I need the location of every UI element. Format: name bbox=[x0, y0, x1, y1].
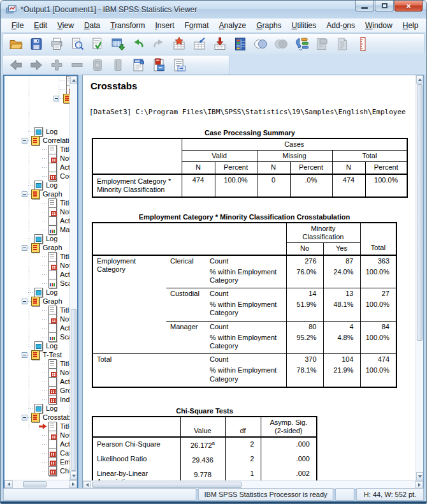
outline-item-log[interactable]: Log bbox=[4, 341, 69, 350]
outline-item-log[interactable]: Log bbox=[4, 404, 69, 413]
print-preview-button[interactable] bbox=[67, 35, 87, 53]
menu-data[interactable]: Data bbox=[79, 19, 105, 32]
outline-item-correlations[interactable]: Correlations bbox=[4, 172, 69, 181]
case-processing-table[interactable]: Case Processing Summary Cases Valid Miss… bbox=[92, 129, 408, 198]
scroll-thumb[interactable] bbox=[92, 482, 242, 488]
menu-add-ons[interactable]: Add-ons bbox=[321, 19, 360, 32]
insert-text-button[interactable] bbox=[169, 56, 189, 74]
goto-case-button[interactable] bbox=[169, 35, 189, 53]
scroll-thumb[interactable] bbox=[71, 309, 76, 471]
menu-graphs[interactable]: Graphs bbox=[251, 19, 286, 32]
output-vertical-scrollbar[interactable] bbox=[416, 75, 423, 480]
outline-item-title[interactable]: Title bbox=[4, 252, 69, 261]
outline-item-notes[interactable]: Notes bbox=[4, 261, 69, 270]
outline-item-independent-samples-test[interactable]: Independent Samples Test bbox=[4, 395, 69, 404]
outline-item-scatter[interactable]: Scatter bbox=[4, 279, 69, 288]
outline-item-graph[interactable]: Graph bbox=[4, 189, 69, 198]
outline-item-clipped[interactable] bbox=[4, 85, 69, 94]
undo-button[interactable] bbox=[128, 35, 148, 53]
collapse-expander-icon[interactable] bbox=[54, 96, 59, 101]
use-variable-sets-button[interactable] bbox=[291, 35, 312, 53]
open-button[interactable] bbox=[6, 35, 26, 53]
split-file-button[interactable] bbox=[271, 35, 291, 53]
insert-heading-button[interactable] bbox=[128, 56, 148, 74]
output-heading[interactable]: Crosstabs bbox=[90, 80, 416, 91]
outline-item-matrix[interactable]: Matrix bbox=[4, 225, 69, 234]
back-button[interactable] bbox=[6, 56, 26, 74]
menu-view[interactable]: View bbox=[52, 19, 79, 32]
export-output-button[interactable] bbox=[332, 35, 352, 53]
outline-item-chi-square-tests[interactable]: Chi-Square Tests bbox=[4, 466, 69, 475]
outline-item-active-dataset[interactable]: Active Dataset bbox=[4, 163, 69, 172]
scroll-down-button[interactable] bbox=[70, 471, 77, 480]
print-button[interactable] bbox=[47, 35, 67, 53]
select-cases-button[interactable] bbox=[250, 35, 271, 53]
outline-item-crosstabs[interactable]: Crosstabs bbox=[4, 413, 69, 422]
outline-item-clipped[interactable] bbox=[4, 76, 69, 85]
outline-item-title[interactable]: Title bbox=[4, 145, 69, 154]
outline-item-active-dataset[interactable]: Active Dataset bbox=[4, 323, 69, 332]
outline-item-active-dataset[interactable]: Active Dataset bbox=[4, 216, 69, 225]
outline-item-case-processing-summary[interactable]: Case Processing Summary bbox=[4, 448, 69, 457]
maximize-button[interactable] bbox=[375, 1, 394, 11]
menu-help[interactable]: Help bbox=[398, 19, 424, 32]
outline-item-notes[interactable]: Notes bbox=[4, 154, 69, 163]
menu-analyze[interactable]: Analyze bbox=[214, 19, 252, 32]
outline-item-graph[interactable]: Graph bbox=[4, 243, 69, 252]
close-button[interactable]: × bbox=[394, 1, 423, 11]
save-button[interactable] bbox=[26, 35, 47, 53]
redo-button[interactable] bbox=[148, 35, 169, 53]
goto-variable-button[interactable] bbox=[210, 35, 230, 53]
menu-window[interactable]: Window bbox=[360, 19, 398, 32]
collapse-expander-icon[interactable] bbox=[22, 415, 27, 420]
expand-button[interactable] bbox=[108, 56, 128, 74]
collapse-expander-icon[interactable] bbox=[22, 245, 27, 251]
menu-edit[interactable]: Edit bbox=[29, 19, 52, 32]
outline-item-notes[interactable]: Notes bbox=[4, 431, 69, 440]
menu-file[interactable]: File bbox=[6, 19, 29, 32]
outline-vertical-scrollbar[interactable] bbox=[69, 76, 77, 480]
outline-item-title[interactable]: Title bbox=[4, 306, 69, 315]
ruler-button[interactable] bbox=[352, 35, 373, 53]
outline-item-title[interactable]: Title bbox=[4, 422, 69, 431]
outline-item-notes[interactable]: Notes bbox=[4, 207, 69, 216]
outline-item-clipped[interactable] bbox=[4, 94, 69, 103]
forward-button[interactable] bbox=[26, 56, 47, 74]
variables-button[interactable] bbox=[230, 35, 250, 53]
outline-item-log[interactable]: Log bbox=[4, 288, 69, 297]
outline-item-active-dataset[interactable]: Active Dataset bbox=[4, 270, 69, 279]
goto-data-button[interactable] bbox=[108, 35, 128, 53]
outline-horizontal-scrollbar[interactable] bbox=[4, 480, 77, 488]
outline-item-t-test[interactable]: T-Test bbox=[4, 350, 69, 359]
chi-square-table[interactable]: Chi-Square Tests Value df Asymp. Sig. (2… bbox=[92, 407, 317, 480]
insert-cases-button[interactable] bbox=[189, 35, 210, 53]
outline-item-notes[interactable]: Notes bbox=[4, 368, 69, 377]
outline-item-correlations[interactable]: Correlations bbox=[4, 136, 69, 145]
scroll-up-button[interactable] bbox=[416, 75, 423, 84]
menu-transform[interactable]: Transform bbox=[105, 19, 150, 32]
menu-insert[interactable]: Insert bbox=[150, 19, 179, 32]
collapse-expander-icon[interactable] bbox=[22, 299, 27, 304]
collapse-expander-icon[interactable] bbox=[22, 138, 27, 144]
menu-utilities[interactable]: Utilities bbox=[287, 19, 322, 32]
menu-format[interactable]: Format bbox=[180, 19, 214, 32]
outline-item-log[interactable]: Log bbox=[4, 234, 69, 243]
promote-button[interactable] bbox=[47, 56, 67, 74]
collapse-button[interactable] bbox=[87, 56, 108, 74]
outline-item-active-dataset[interactable]: Active Dataset bbox=[4, 440, 69, 448]
scroll-thumb[interactable] bbox=[23, 481, 47, 487]
demote-button[interactable] bbox=[67, 56, 87, 74]
crosstabulation-table[interactable]: Employment Category * Minority Classific… bbox=[92, 213, 397, 388]
outline-item-log[interactable]: Log bbox=[4, 127, 69, 136]
minimize-button[interactable] bbox=[355, 1, 374, 11]
outline-item-graph[interactable]: Graph bbox=[4, 297, 69, 306]
dialog-recall-button[interactable] bbox=[87, 35, 108, 53]
scroll-thumb[interactable] bbox=[417, 84, 423, 341]
outline-item-employment-category-minority-classification[interactable]: Employment Category * Minority Classific… bbox=[4, 457, 69, 466]
pivot-trays-button[interactable] bbox=[312, 35, 332, 53]
outline-item-scatter[interactable]: Scatter bbox=[4, 332, 69, 341]
outline-item-log[interactable]: Log bbox=[4, 181, 69, 189]
outline-item-title[interactable]: Title bbox=[4, 359, 69, 368]
collapse-expander-icon[interactable] bbox=[22, 191, 27, 197]
insert-title-button[interactable] bbox=[148, 56, 169, 74]
